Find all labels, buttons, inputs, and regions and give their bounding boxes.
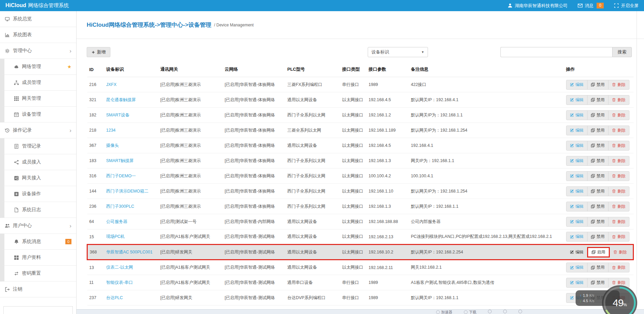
cell-actions: 编辑禁用删除 [564, 123, 634, 138]
edit-button[interactable]: 编辑 [566, 217, 587, 227]
sidebar-item-user-profile[interactable]: 用户资料 [0, 250, 76, 266]
sidebar-item-system-overview[interactable]: 系统总览 [0, 11, 76, 27]
cell-device-name: 公司服务器 [104, 214, 158, 229]
delete-button[interactable]: 删除 [608, 141, 629, 151]
edit-button[interactable]: 编辑 [566, 186, 587, 196]
tool-icon[interactable] [488, 310, 492, 313]
delete-button[interactable]: 删除 [608, 126, 629, 135]
edit-icon [570, 220, 574, 224]
sidebar-item-system-messages[interactable]: 系统消息0 [0, 234, 76, 250]
search-input[interactable] [500, 47, 612, 57]
edit-button[interactable]: 编辑 [566, 263, 587, 272]
disable-button[interactable]: 禁用 [587, 232, 608, 242]
edit-button[interactable]: 编辑 [566, 95, 587, 105]
accelerator-tool[interactable]: 加速器 [436, 310, 452, 314]
disable-button[interactable]: 禁用 [587, 263, 608, 272]
delete-button[interactable]: 删除 [608, 217, 629, 227]
add-device-button[interactable]: 新增 [87, 47, 110, 57]
edit-button[interactable]: 编辑 [566, 202, 587, 211]
messages-menu[interactable]: 消息 0 [578, 3, 604, 9]
device-link[interactable]: 昆仑通泰触摸屏 [106, 97, 136, 102]
sidebar-item-system-charts[interactable]: 系统图表 [0, 27, 76, 43]
device-link[interactable]: 现场PC机 [106, 234, 125, 239]
sidebar-item-logout[interactable]: 注销 [0, 282, 76, 297]
device-link[interactable]: 1234 [106, 128, 116, 133]
delete-button[interactable]: 删除 [609, 247, 631, 257]
sidebar-item-gateway-mgmt[interactable]: 网关管理 [0, 91, 76, 107]
download-speed-unit: K/s [589, 299, 594, 303]
edit-button[interactable]: 编辑 [566, 278, 587, 288]
device-link[interactable]: 西门子演示DEMO箱二 [106, 189, 149, 194]
edit-button[interactable]: 编辑 [566, 171, 587, 181]
enable-button[interactable]: 启用 [587, 247, 610, 257]
chevron-right-icon: › [69, 48, 71, 54]
disable-button[interactable]: 禁用 [587, 80, 608, 90]
download-tool[interactable]: 下载 [464, 310, 476, 314]
disable-button[interactable]: 禁用 [587, 171, 608, 181]
tool-icon[interactable] [518, 310, 522, 313]
column-header: PLC型号 [285, 63, 340, 77]
delete-button[interactable]: 删除 [608, 263, 629, 272]
cell-plc-model: 台达DVP系列编程口 [285, 290, 340, 306]
sidebar-item-system-announcement[interactable]: 系统公告 [3, 306, 73, 314]
filter-field-select[interactable]: 设备标识 ▼ [368, 47, 428, 57]
device-link[interactable]: JXFX [106, 82, 117, 87]
device-link[interactable]: 仪表二-以太网 [106, 265, 133, 270]
disable-button[interactable]: 禁用 [587, 95, 608, 105]
sidebar-item-admin-center[interactable]: 管理中心› [0, 43, 76, 59]
device-link[interactable]: 西门子300PLC [106, 204, 134, 209]
delete-button[interactable]: 删除 [608, 202, 629, 211]
edit-button[interactable]: 编辑 [566, 80, 587, 90]
edit-button[interactable]: 编辑 [566, 232, 587, 242]
disable-button[interactable]: 禁用 [587, 141, 608, 151]
device-link[interactable]: SMART设备 [106, 113, 130, 117]
delete-button[interactable]: 删除 [608, 232, 629, 242]
delete-button[interactable]: 删除 [608, 80, 629, 90]
fullscreen-toggle[interactable]: 开启全屏 [614, 3, 639, 9]
disable-button[interactable]: 禁用 [587, 186, 608, 196]
edit-button[interactable]: 编辑 [566, 126, 587, 135]
cell-plc-model: 通用以太网设备 [285, 92, 340, 108]
device-link[interactable]: 华辰智通AC 500PLC001 [106, 250, 153, 254]
delete-button[interactable]: 删除 [608, 95, 629, 105]
company-account[interactable]: 湖南华辰智通科技有限公司 [508, 3, 567, 9]
filter-selected-value: 设备标识 [371, 49, 389, 55]
device-link[interactable]: 公司服务器 [106, 219, 128, 224]
edit-button[interactable]: 编辑 [566, 156, 587, 166]
sidebar-item-label: 管理记录 [22, 143, 41, 149]
cell-plc-model: 通用以太网设备 [285, 229, 340, 245]
disable-button[interactable]: 禁用 [587, 217, 608, 227]
delete-button[interactable]: 删除 [608, 110, 629, 120]
search-button[interactable]: 搜索 [612, 47, 632, 57]
device-link[interactable]: SMART触摸屏 [106, 158, 134, 163]
device-link[interactable]: 台达PLC [106, 295, 123, 300]
delete-button[interactable]: 删除 [608, 156, 629, 166]
tool-icon[interactable] [503, 310, 507, 313]
delete-button[interactable]: 删除 [608, 186, 629, 196]
sidebar-item-gateway-access[interactable]: 网关接入 [0, 170, 76, 186]
sidebar-item-operation-logs[interactable]: 操作记录› [0, 122, 76, 138]
device-link[interactable]: 智能仪表-串口 [106, 280, 133, 285]
sidebar-item-member-mgmt[interactable]: 成员管理 [0, 75, 76, 91]
edit-button[interactable]: 编辑 [566, 247, 587, 257]
disable-button[interactable]: 禁用 [587, 126, 608, 135]
sidebar-item-network-mgmt[interactable]: 网络管理★ [0, 59, 76, 75]
delete-button[interactable]: 删除 [608, 171, 629, 181]
trash-icon [612, 159, 616, 163]
sidebar-item-password-reset[interactable]: 密码重置 [0, 266, 76, 282]
device-link[interactable]: 摄像头 [106, 143, 119, 148]
disable-button[interactable]: 禁用 [587, 110, 608, 120]
sidebar-item-device-operation[interactable]: 设备操作 [0, 186, 76, 202]
sidebar-item-user-center[interactable]: 用户中心› [0, 218, 76, 234]
sidebar-item-member-access[interactable]: 成员接入 [0, 154, 76, 170]
disable-button[interactable]: 禁用 [587, 156, 608, 166]
sidebar-item-admin-records[interactable]: 管理记录 [0, 138, 76, 154]
disable-button[interactable]: 禁用 [587, 202, 608, 211]
sidebar-item-system-log[interactable]: 系统日志 [0, 202, 76, 218]
sidebar-item-device-mgmt[interactable]: 设备管理 [0, 107, 76, 122]
sidebar-item-label: 注销 [13, 286, 22, 292]
device-link[interactable]: 西门子DEMO一 [106, 174, 136, 178]
edit-button[interactable]: 编辑 [566, 110, 587, 120]
performance-circle-widget[interactable]: 49% [602, 285, 637, 314]
edit-button[interactable]: 编辑 [566, 141, 587, 151]
